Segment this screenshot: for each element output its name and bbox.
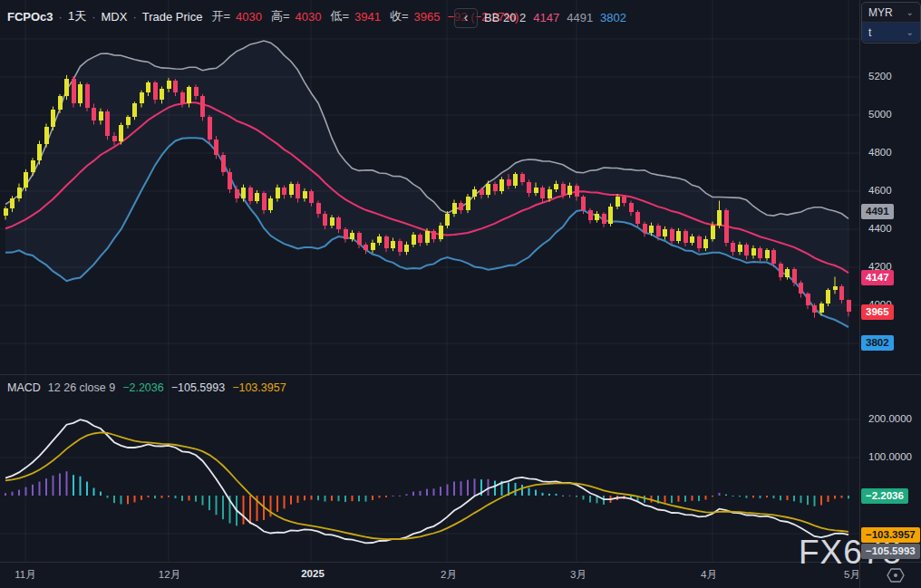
candle-body bbox=[751, 248, 756, 255]
time-axis-label: 3月 bbox=[570, 568, 587, 582]
hist-bar bbox=[331, 496, 333, 501]
hist-bar bbox=[344, 496, 346, 502]
macd-axis-tick: 200.0000 bbox=[868, 413, 912, 424]
hist-bar bbox=[725, 495, 727, 496]
hist-bar bbox=[168, 496, 170, 497]
bb-indicator-label[interactable]: BB 20 2 bbox=[484, 11, 526, 24]
candle-body bbox=[711, 226, 715, 239]
macd-line-value: −105.5993 bbox=[171, 381, 225, 394]
hist-bar bbox=[12, 492, 14, 496]
hist-bar bbox=[412, 492, 414, 496]
hist-bar bbox=[447, 484, 449, 496]
candle-body bbox=[629, 203, 634, 213]
macd-signal-value: −103.3957 bbox=[232, 381, 286, 394]
candle-body bbox=[581, 197, 586, 210]
interval-label[interactable]: 1天 bbox=[68, 8, 86, 24]
candle-body bbox=[336, 217, 341, 229]
hist-bar bbox=[141, 496, 142, 500]
candle-body bbox=[452, 203, 457, 215]
symbol-legend: FCPOc3 · 1天 · MDX · Trade Price 开=4030 高… bbox=[7, 8, 519, 24]
candle-body bbox=[330, 217, 334, 225]
candle-body bbox=[384, 236, 389, 248]
hist-bar bbox=[249, 496, 251, 524]
price-axis-tick: 4800 bbox=[868, 147, 892, 158]
hist-bar bbox=[325, 496, 326, 502]
separator-dot: · bbox=[132, 10, 136, 24]
time-axis-label: 2025 bbox=[301, 568, 325, 579]
candle-body bbox=[235, 189, 239, 199]
hist-bar bbox=[290, 496, 292, 505]
hist-bar bbox=[100, 492, 102, 496]
candle-body bbox=[296, 184, 300, 199]
hist-bar bbox=[393, 496, 394, 496]
candle-body bbox=[425, 231, 430, 243]
open-value: 4030 bbox=[236, 10, 262, 24]
time-axis-separator bbox=[0, 562, 921, 563]
currency-dropdown[interactable]: MYR ⌄ bbox=[862, 3, 920, 22]
time-axis-label: 11月 bbox=[15, 568, 35, 582]
candle-body bbox=[309, 191, 314, 203]
macd-indicator-label[interactable]: MACD bbox=[7, 381, 41, 394]
candle-body bbox=[771, 250, 776, 264]
candle-body bbox=[398, 241, 402, 253]
candle-body bbox=[228, 172, 232, 189]
exchange-label[interactable]: MDX bbox=[102, 10, 128, 24]
hist-bar bbox=[208, 496, 210, 510]
unit-dropdown[interactable]: t ⌄ bbox=[862, 22, 920, 42]
candle-body bbox=[540, 188, 545, 199]
hist-bar bbox=[338, 496, 340, 501]
hist-bar bbox=[304, 496, 305, 500]
hist-bar bbox=[181, 496, 183, 501]
hist-bar bbox=[535, 490, 537, 496]
candle-body bbox=[472, 189, 477, 197]
candle-body bbox=[806, 294, 810, 305]
low-label: 低= bbox=[330, 8, 349, 24]
hist-bar bbox=[474, 478, 476, 496]
candle-body bbox=[262, 193, 267, 210]
hist-bar bbox=[828, 496, 829, 502]
candle-body bbox=[92, 108, 96, 121]
candle-body bbox=[724, 210, 729, 243]
main-price-pane[interactable] bbox=[0, 0, 859, 374]
bb-basis-value: 4147 bbox=[533, 11, 559, 24]
candle-body bbox=[616, 197, 620, 207]
chevron-left-icon: ‹ bbox=[464, 10, 469, 24]
candle-body bbox=[676, 231, 681, 241]
candle-body bbox=[548, 189, 552, 199]
hist-bar bbox=[841, 496, 843, 498]
legend-collapse-button[interactable]: ‹ bbox=[454, 8, 478, 28]
hist-bar bbox=[562, 496, 564, 496]
candle-body bbox=[799, 283, 803, 294]
caret-down-icon: ⌄ bbox=[906, 27, 914, 37]
candle-body bbox=[459, 203, 463, 210]
candle-body bbox=[833, 286, 838, 290]
chart-window: FCPOc3 · 1天 · MDX · Trade Price 开=4030 高… bbox=[0, 0, 921, 588]
candle-body bbox=[24, 172, 28, 188]
price-axis-tick: 4400 bbox=[868, 223, 892, 234]
candle-body bbox=[31, 160, 35, 172]
open-label: 开= bbox=[211, 8, 230, 24]
pane-divider[interactable] bbox=[0, 374, 921, 375]
candle-body bbox=[357, 233, 362, 245]
hist-bar bbox=[453, 481, 455, 496]
candle-body bbox=[323, 214, 327, 226]
hist-bar bbox=[284, 496, 286, 508]
macd-pane[interactable] bbox=[0, 375, 859, 562]
symbol-name[interactable]: FCPOc3 bbox=[7, 10, 53, 24]
candle-body bbox=[44, 127, 49, 144]
candle-body bbox=[126, 117, 131, 124]
hist-bar bbox=[780, 496, 781, 500]
candle-body bbox=[241, 188, 246, 199]
candle-body bbox=[187, 87, 191, 104]
candle-body bbox=[595, 214, 599, 219]
candle-body bbox=[167, 81, 171, 88]
candle-body bbox=[527, 182, 531, 194]
candle-body bbox=[486, 184, 490, 196]
settings-icon[interactable] bbox=[887, 567, 905, 583]
high-label: 高= bbox=[271, 8, 290, 24]
hist-bar bbox=[59, 473, 61, 496]
hist-bar bbox=[494, 481, 496, 496]
macd-signal-line bbox=[5, 432, 848, 539]
candle-body bbox=[214, 140, 218, 155]
candle-body bbox=[847, 300, 851, 313]
